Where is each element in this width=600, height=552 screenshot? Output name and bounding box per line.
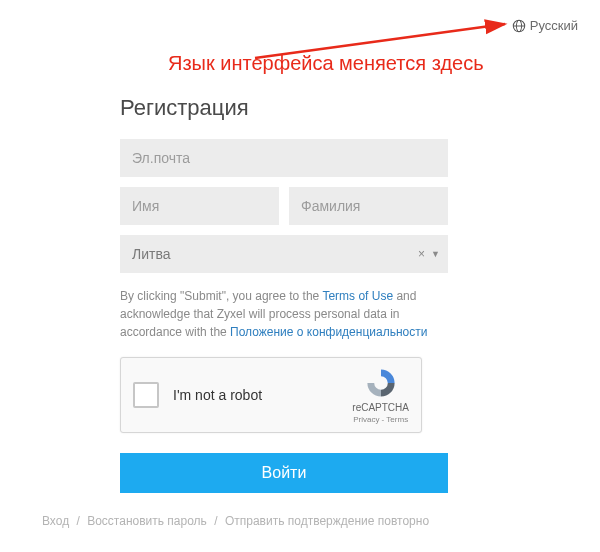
registration-form: Регистрация Литва × ▼ By clicking "Submi… — [120, 95, 448, 493]
clear-icon[interactable]: × — [418, 247, 425, 261]
recaptcha-widget: I'm not a robot reCAPTCHA Privacy - Term… — [120, 357, 422, 433]
language-label: Русский — [530, 18, 578, 33]
resend-confirmation-link[interactable]: Отправить подтверждение повторно — [225, 514, 429, 528]
recaptcha-links[interactable]: Privacy - Terms — [353, 415, 408, 424]
login-link[interactable]: Вход — [42, 514, 69, 528]
recaptcha-brand: reCAPTCHA — [352, 402, 409, 413]
chevron-down-icon[interactable]: ▼ — [431, 249, 440, 259]
terms-link[interactable]: Terms of Use — [322, 289, 393, 303]
last-name-field[interactable] — [289, 187, 448, 225]
email-field[interactable] — [120, 139, 448, 177]
country-selected-label: Литва — [132, 246, 171, 262]
page-title: Регистрация — [120, 95, 448, 121]
privacy-link[interactable]: Положение о конфиденциальности — [230, 325, 427, 339]
consent-text: By clicking "Submit", you agree to the T… — [120, 287, 448, 341]
recaptcha-label: I'm not a robot — [173, 387, 352, 403]
separator: / — [214, 514, 217, 528]
annotation-text: Язык интерфейса меняется здесь — [168, 52, 580, 75]
country-select[interactable]: Литва × ▼ — [120, 235, 448, 273]
recaptcha-icon — [364, 366, 398, 400]
separator: / — [77, 514, 80, 528]
consent-prefix: By clicking "Submit", you agree to the — [120, 289, 322, 303]
footer-links: Вход / Восстановить пароль / Отправить п… — [42, 514, 429, 528]
recover-password-link[interactable]: Восстановить пароль — [87, 514, 207, 528]
language-switcher[interactable]: Русский — [512, 18, 578, 33]
first-name-field[interactable] — [120, 187, 279, 225]
globe-icon — [512, 19, 526, 33]
submit-button[interactable]: Войти — [120, 453, 448, 493]
recaptcha-checkbox[interactable] — [133, 382, 159, 408]
